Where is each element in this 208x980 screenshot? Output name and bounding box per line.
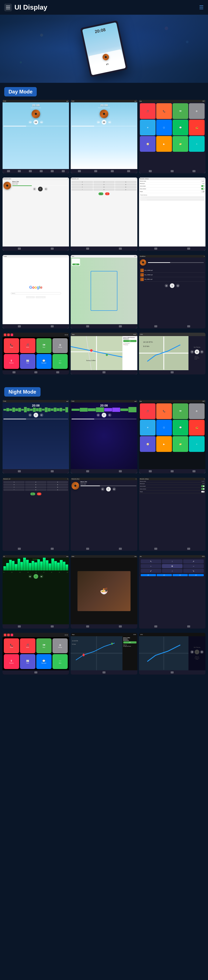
- telegram-app[interactable]: ✈: [140, 420, 156, 436]
- bi-2[interactable]: [51, 470, 54, 473]
- podcast-icon[interactable]: [11, 334, 13, 336]
- play-btn[interactable]: ❚❚: [33, 120, 38, 124]
- call-btn[interactable]: 📞: [98, 192, 103, 195]
- bi-bt[interactable]: [171, 470, 173, 473]
- podcast-icon[interactable]: [11, 634, 13, 636]
- next-btn[interactable]: ▶▶: [108, 121, 112, 124]
- bi-1[interactable]: [18, 625, 21, 627]
- call-btn[interactable]: 📞: [30, 493, 35, 495]
- bi-1[interactable]: [154, 548, 157, 550]
- bi-home[interactable]: [149, 470, 152, 473]
- song-3[interactable]: 华乐_330EL.mp3: [140, 277, 205, 282]
- dial-9[interactable]: 9: [47, 486, 68, 488]
- play[interactable]: ⏸: [33, 574, 38, 579]
- next[interactable]: ⏭: [44, 187, 48, 191]
- wechat-app[interactable]: 💬: [173, 119, 188, 135]
- auto-answer-toggle[interactable]: [201, 485, 205, 487]
- prev[interactable]: ⏮: [165, 284, 168, 287]
- music-icon[interactable]: [7, 334, 10, 336]
- bi-1[interactable]: [13, 371, 16, 373]
- dial-2[interactable]: 2: [93, 181, 115, 183]
- progress[interactable]: [80, 485, 136, 486]
- telegram-app[interactable]: ✈: [140, 119, 156, 135]
- bi-3[interactable]: [56, 371, 59, 373]
- power-toggle[interactable]: [201, 191, 205, 192]
- bi-2[interactable]: [119, 248, 122, 250]
- bi-1[interactable]: [86, 548, 89, 550]
- bi-home[interactable]: [149, 170, 152, 172]
- progress-bar[interactable]: [3, 126, 68, 126]
- nav-app[interactable]: 🧭: [140, 136, 156, 152]
- auto-connect-toggle[interactable]: [201, 488, 205, 490]
- bi-2[interactable]: [119, 548, 122, 550]
- prev-btn[interactable]: ◀◀: [99, 64, 104, 67]
- dial-9[interactable]: 9: [115, 186, 136, 188]
- bi-1[interactable]: [171, 671, 173, 673]
- bi-2[interactable]: [51, 325, 54, 328]
- maps-app[interactable]: 🗺 Maps: [36, 638, 52, 653]
- maps-app[interactable]: 🗺: [173, 403, 188, 419]
- wechat-app[interactable]: 💬: [173, 420, 188, 436]
- bi-1[interactable]: [102, 371, 106, 373]
- bi-2[interactable]: [51, 625, 54, 627]
- bottom-icon-1[interactable]: [7, 170, 10, 172]
- maps-app[interactable]: 🗺: [173, 103, 188, 119]
- podcast-app[interactable]: 🎙 Podcasts: [4, 354, 19, 369]
- music-icon[interactable]: [7, 634, 10, 636]
- progress[interactable]: [12, 185, 68, 186]
- bt-app[interactable]: ⬡: [156, 119, 172, 135]
- dial-3[interactable]: 3: [115, 181, 136, 183]
- bi-2[interactable]: [119, 470, 122, 473]
- prev[interactable]: ⏮: [33, 187, 36, 191]
- bi-1[interactable]: [18, 325, 21, 328]
- bi-1[interactable]: [171, 371, 173, 373]
- progress[interactable]: [148, 262, 204, 263]
- dial-hash[interactable]: #: [115, 189, 136, 191]
- radio-app[interactable]: 📻: [189, 420, 205, 436]
- arrow-up-right[interactable]: ↗: [183, 559, 204, 563]
- bi-2[interactable]: [119, 625, 122, 627]
- settings-app[interactable]: ⚙: [189, 103, 205, 119]
- bottom-icon-4[interactable]: [40, 170, 43, 172]
- eq-app[interactable]: ≈: [189, 136, 205, 152]
- settings-app[interactable]: ⚙ Settings: [52, 638, 68, 653]
- more-app[interactable]: ⋯ More: [52, 654, 68, 669]
- go-button[interactable]: GO: [72, 264, 79, 265]
- arrow-center[interactable]: ⊕: [162, 564, 183, 568]
- progress[interactable]: [3, 419, 68, 419]
- dial-6[interactable]: 6: [47, 484, 68, 486]
- bt-btn-2[interactable]: BT: [157, 574, 172, 576]
- go-button[interactable]: GO: [123, 340, 137, 342]
- folder-app[interactable]: 📁: [173, 436, 188, 452]
- power-toggle[interactable]: [201, 491, 205, 493]
- music-app[interactable]: 🎵: [140, 403, 156, 419]
- next[interactable]: ⏭: [112, 487, 116, 491]
- bottom-icon-3[interactable]: [29, 170, 32, 172]
- menu-icon[interactable]: [4, 4, 12, 11]
- nav-app[interactable]: 🧭: [140, 436, 156, 452]
- dial-4[interactable]: 4: [3, 484, 25, 486]
- next-btn[interactable]: ▶▶: [40, 121, 43, 124]
- news-app[interactable]: 📰 News: [20, 354, 35, 369]
- bi-2[interactable]: [35, 371, 37, 373]
- bi-1[interactable]: [86, 248, 89, 250]
- music-app[interactable]: 🎵 Music: [20, 638, 35, 653]
- prev[interactable]: ⏮: [96, 414, 100, 417]
- bt-btn-1[interactable]: BT: [141, 574, 156, 576]
- song-2[interactable]: 华乐_233EM.mp3: [140, 273, 205, 277]
- dial-0[interactable]: 0: [25, 489, 46, 491]
- bi-2[interactable]: [187, 325, 190, 328]
- bi-1[interactable]: [154, 248, 157, 250]
- bi-1[interactable]: [18, 470, 21, 473]
- bottom-icon-2[interactable]: [18, 170, 21, 172]
- arrow-up[interactable]: ↑: [162, 559, 183, 563]
- prev[interactable]: ⏮: [191, 350, 194, 353]
- dial-8[interactable]: 8: [93, 186, 115, 188]
- bi-4[interactable]: [127, 170, 130, 172]
- news-app[interactable]: 📰 News: [20, 654, 35, 669]
- bi-1[interactable]: [154, 325, 157, 328]
- dial-7[interactable]: 7: [3, 486, 25, 488]
- play[interactable]: ▶: [195, 650, 199, 654]
- arrow-right[interactable]: →: [183, 564, 204, 568]
- bi-3[interactable]: [111, 170, 114, 172]
